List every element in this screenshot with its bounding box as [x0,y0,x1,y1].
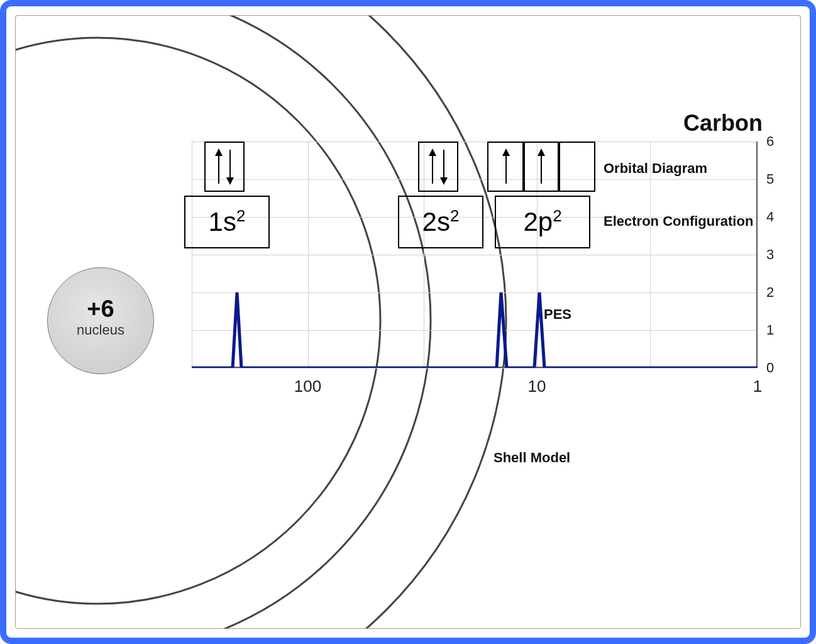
label-pes: PES [544,306,571,323]
ytick-1: 1 [766,322,774,338]
spin-up-icon [432,150,433,184]
config-1s: 1s2 [184,196,270,248]
config-2p-base: 2p [523,207,553,236]
ytick-3: 3 [766,247,774,263]
config-2s: 2s2 [398,196,483,248]
ytick-0: 0 [766,360,774,376]
config-2s-base: 2s [422,207,450,236]
nucleus-label: nucleus [48,323,153,338]
xtick-10: 10 [528,377,546,396]
config-2s-exp: 2 [450,206,459,225]
xtick-100: 100 [294,377,321,396]
nucleus-charge: +6 [48,296,153,323]
ytick-4: 4 [766,209,774,225]
orbital-1s [204,142,245,192]
ytick-2: 2 [766,284,774,301]
spin-down-icon [229,150,231,184]
figure-frame: Carbon +6 nucleus 0 1 2 [0,0,816,644]
spin-up-icon [218,150,219,184]
label-shell: Shell Model [493,450,570,466]
config-1s-exp: 2 [236,206,245,225]
label-config: Electron Configuration [604,213,753,230]
config-2p-exp: 2 [553,206,561,225]
ytick-6: 6 [766,133,774,150]
ytick-5: 5 [766,171,774,187]
orbital-2p-3 [558,142,595,192]
spin-up-icon [505,150,507,184]
label-orbital: Orbital Diagram [604,160,707,177]
figure-canvas: Carbon +6 nucleus 0 1 2 [15,15,801,629]
orbital-2p-2 [522,142,560,192]
config-1s-base: 1s [209,207,236,236]
config-2p: 2p2 [495,196,590,248]
element-title: Carbon [683,110,763,136]
orbital-2s [418,142,458,192]
nucleus: +6 nucleus [47,267,154,374]
spin-up-icon [541,150,542,184]
orbital-2p-1 [487,142,525,192]
xtick-1: 1 [753,377,762,396]
spin-down-icon [443,150,444,184]
